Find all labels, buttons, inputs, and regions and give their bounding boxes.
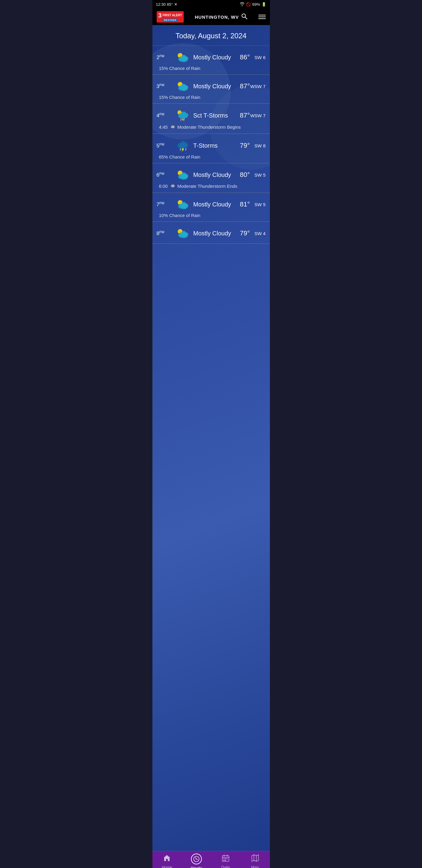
- icon-col-4: [173, 168, 192, 181]
- app-logo: 3 FIRST ALERT WEATHER: [157, 11, 184, 23]
- home-icon: [163, 854, 171, 864]
- sub-alert-icon-4: [170, 183, 175, 189]
- menu-button[interactable]: [258, 15, 266, 19]
- svg-line-20: [184, 119, 184, 121]
- temp-col-5: 81°: [232, 200, 250, 208]
- status-time: 12:30: [156, 2, 166, 7]
- temp-col-3: 79°: [232, 142, 250, 150]
- search-icon[interactable]: [241, 13, 247, 21]
- bottom-nav: Home Hourly D: [153, 851, 270, 868]
- header-location: HUNTINGTON, WV: [195, 13, 247, 21]
- sub-time-2: 4:45: [159, 124, 168, 130]
- sub-row-0: 15% Chance of Rain: [157, 66, 266, 71]
- status-temp: 85°: [167, 2, 173, 7]
- condition-col-1: Mostly Cloudy: [192, 83, 232, 90]
- hourly-row-2: 4PM Sct T-Storms87°WSW 74:45Moderate Thu…: [153, 104, 270, 134]
- logo-number: 3: [158, 12, 162, 19]
- svg-point-46: [180, 203, 187, 208]
- time-ampm-2: PM: [159, 113, 164, 116]
- hourly-row-1: 3PM Mostly Cloudy87°WSW 715% Chance of R…: [153, 75, 270, 104]
- icon-col-6: [173, 227, 192, 240]
- nav-map[interactable]: Map: [245, 854, 266, 868]
- svg-line-29: [180, 148, 181, 150]
- svg-line-31: [186, 148, 186, 150]
- wind-col-0: SW 6: [250, 55, 266, 60]
- time-ampm-4: PM: [159, 172, 164, 176]
- date-text: Today, August 2, 2024: [175, 32, 247, 40]
- hourly-list: 2PM Mostly Cloudy86°SW 615% Chance of Ra…: [153, 46, 270, 244]
- icon-col-1: [173, 80, 192, 93]
- svg-rect-63: [224, 860, 224, 861]
- svg-point-7: [180, 56, 187, 61]
- icon-col-3: [173, 138, 192, 153]
- logo-weather: WEATHER: [163, 19, 178, 22]
- nav-hourly-label: Hourly: [191, 866, 202, 868]
- battery-pct: 69%: [252, 2, 260, 7]
- svg-line-54: [195, 858, 196, 859]
- condition-col-6: Mostly Cloudy: [192, 230, 232, 237]
- hourly-row-0: 2PM Mostly Cloudy86°SW 615% Chance of Ra…: [153, 46, 270, 75]
- wind-col-4: SW 5: [250, 173, 266, 178]
- hourly-row-6: 8PM Mostly Cloudy79°SW 4: [153, 222, 270, 244]
- time-col-3: 5PM: [157, 143, 173, 149]
- time-hour-1: 3: [157, 84, 159, 89]
- sub-text-5: 10% Chance of Rain: [159, 213, 201, 218]
- sub-row-1: 15% Chance of Rain: [157, 95, 266, 100]
- time-col-0: 2PM: [157, 54, 173, 61]
- time-col-6: 8PM: [157, 230, 173, 237]
- sub-text-2: Moderate Thunderstorm Begins: [177, 124, 241, 130]
- condition-col-0: Mostly Cloudy: [192, 54, 232, 61]
- wind-col-6: SW 4: [250, 231, 266, 236]
- time-hour-2: 4: [157, 113, 159, 119]
- icon-col-5: [173, 198, 192, 211]
- nav-home-label: Home: [162, 865, 172, 868]
- svg-line-1: [245, 17, 247, 19]
- nav-map-label: Map: [251, 865, 259, 868]
- svg-point-13: [180, 85, 187, 90]
- time-hour-5: 7: [157, 202, 159, 207]
- sub-text-4: Moderate Thunderstorm Ends: [177, 184, 237, 189]
- svg-point-37: [180, 174, 187, 179]
- hourly-icon-circle: [191, 854, 202, 864]
- time-col-4: 6PM: [157, 172, 173, 178]
- svg-rect-60: [224, 858, 224, 859]
- wind-col-5: SW 5: [250, 202, 266, 207]
- svg-rect-61: [225, 858, 226, 859]
- nav-daily[interactable]: Daily: [215, 854, 236, 868]
- hourly-row-3: 5PM T-Storms79°SW 865% Chance of Rain: [153, 134, 270, 163]
- wifi-icon: [239, 2, 245, 7]
- condition-col-2: Sct T-Storms: [192, 112, 232, 119]
- time-ampm-3: PM: [159, 143, 164, 146]
- svg-point-18: [184, 113, 188, 117]
- hourly-row-4: 6PM Mostly Cloudy80°SW 56:00Moderate Thu…: [153, 163, 270, 193]
- time-hour-0: 2: [157, 55, 159, 60]
- battery-icon: 🔋: [261, 2, 266, 7]
- sub-row-5: 10% Chance of Rain: [157, 213, 266, 218]
- map-icon: [251, 854, 259, 864]
- svg-line-55: [196, 859, 198, 860]
- sub-row-3: 65% Chance of Rain: [157, 154, 266, 159]
- status-left: 12:30 85° ✕: [156, 2, 177, 7]
- icon-col-2: [173, 108, 192, 122]
- status-bar: 12:30 85° ✕ 🚫 69% 🔋: [153, 0, 270, 9]
- time-ampm-6: PM: [159, 230, 164, 234]
- condition-col-3: T-Storms: [192, 142, 232, 149]
- sub-alert-icon-2: [170, 124, 175, 130]
- daily-icon: [222, 854, 230, 864]
- sub-time-4: 6:00: [159, 184, 168, 189]
- temp-col-2: 87°: [232, 112, 250, 119]
- sub-row-4: 6:00Moderate Thunderstorm Ends: [157, 183, 266, 189]
- svg-rect-62: [227, 858, 227, 859]
- no-disturb-icon: 🚫: [246, 2, 251, 7]
- time-ampm-0: PM: [159, 54, 164, 58]
- nav-home[interactable]: Home: [156, 854, 177, 868]
- time-hour-3: 5: [157, 143, 159, 149]
- nav-hourly[interactable]: Hourly: [186, 854, 207, 868]
- time-ampm-5: PM: [159, 201, 164, 205]
- nav-daily-label: Daily: [221, 865, 230, 868]
- status-x-icon: ✕: [174, 2, 177, 7]
- time-ampm-1: PM: [159, 83, 164, 87]
- wind-col-3: SW 8: [250, 143, 266, 148]
- time-hour-6: 8: [157, 230, 159, 236]
- svg-point-40: [172, 184, 174, 186]
